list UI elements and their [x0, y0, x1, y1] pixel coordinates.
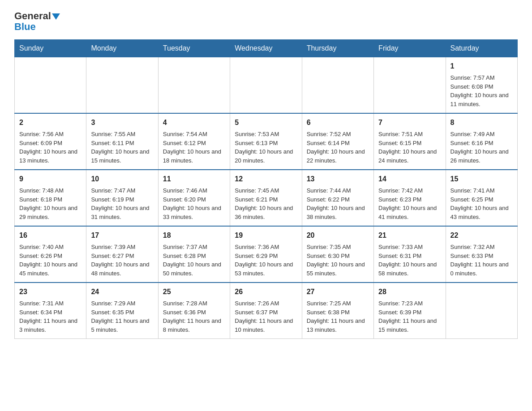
- calendar-cell: 17Sunrise: 7:39 AM Sunset: 6:27 PM Dayli…: [86, 226, 158, 283]
- day-number: 22: [450, 230, 513, 241]
- day-info: Sunrise: 7:31 AM Sunset: 6:34 PM Dayligh…: [19, 299, 82, 334]
- day-info: Sunrise: 7:36 AM Sunset: 6:29 PM Dayligh…: [235, 243, 297, 278]
- day-info: Sunrise: 7:48 AM Sunset: 6:18 PM Dayligh…: [19, 186, 82, 221]
- col-monday: Monday: [86, 40, 158, 57]
- calendar-cell: 14Sunrise: 7:42 AM Sunset: 6:23 PM Dayli…: [374, 170, 446, 226]
- day-number: 23: [19, 287, 82, 297]
- day-number: 11: [163, 174, 225, 184]
- col-tuesday: Tuesday: [158, 40, 230, 57]
- day-info: Sunrise: 7:57 AM Sunset: 6:08 PM Dayligh…: [450, 73, 513, 108]
- calendar-cell: 6Sunrise: 7:52 AM Sunset: 6:14 PM Daylig…: [302, 113, 373, 170]
- day-info: Sunrise: 7:52 AM Sunset: 6:14 PM Dayligh…: [307, 130, 369, 165]
- calendar-week-row: 16Sunrise: 7:40 AM Sunset: 6:26 PM Dayli…: [15, 226, 518, 283]
- logo-triangle-icon: [52, 13, 60, 20]
- day-number: 1: [450, 61, 513, 72]
- calendar-table: Sunday Monday Tuesday Wednesday Thursday…: [14, 39, 518, 339]
- calendar-cell: [374, 57, 446, 114]
- logo: General Blue: [14, 11, 60, 32]
- day-number: 15: [450, 174, 513, 184]
- calendar-cell: 10Sunrise: 7:47 AM Sunset: 6:19 PM Dayli…: [86, 170, 158, 226]
- day-number: 9: [19, 174, 82, 184]
- calendar-cell: 19Sunrise: 7:36 AM Sunset: 6:29 PM Dayli…: [230, 226, 302, 283]
- day-number: 8: [450, 117, 513, 128]
- calendar-cell: [158, 57, 230, 114]
- calendar-cell: 11Sunrise: 7:46 AM Sunset: 6:20 PM Dayli…: [158, 170, 230, 226]
- day-info: Sunrise: 7:44 AM Sunset: 6:22 PM Dayligh…: [307, 186, 369, 221]
- calendar-cell: 26Sunrise: 7:26 AM Sunset: 6:37 PM Dayli…: [230, 283, 302, 339]
- calendar-cell: 18Sunrise: 7:37 AM Sunset: 6:28 PM Dayli…: [158, 226, 230, 283]
- day-info: Sunrise: 7:54 AM Sunset: 6:12 PM Dayligh…: [163, 130, 225, 165]
- calendar-cell: 9Sunrise: 7:48 AM Sunset: 6:18 PM Daylig…: [15, 170, 86, 226]
- day-info: Sunrise: 7:33 AM Sunset: 6:31 PM Dayligh…: [378, 243, 441, 278]
- calendar-cell: 13Sunrise: 7:44 AM Sunset: 6:22 PM Dayli…: [302, 170, 373, 226]
- day-info: Sunrise: 7:46 AM Sunset: 6:20 PM Dayligh…: [163, 186, 225, 221]
- day-number: 19: [235, 230, 297, 241]
- calendar-cell: 4Sunrise: 7:54 AM Sunset: 6:12 PM Daylig…: [158, 113, 230, 170]
- day-number: 3: [91, 117, 153, 128]
- calendar-cell: 7Sunrise: 7:51 AM Sunset: 6:15 PM Daylig…: [374, 113, 446, 170]
- calendar-cell: 20Sunrise: 7:35 AM Sunset: 6:30 PM Dayli…: [302, 226, 373, 283]
- day-info: Sunrise: 7:41 AM Sunset: 6:25 PM Dayligh…: [450, 186, 513, 221]
- day-info: Sunrise: 7:47 AM Sunset: 6:19 PM Dayligh…: [91, 186, 153, 221]
- calendar-cell: 27Sunrise: 7:25 AM Sunset: 6:38 PM Dayli…: [302, 283, 373, 339]
- calendar-cell: 24Sunrise: 7:29 AM Sunset: 6:35 PM Dayli…: [86, 283, 158, 339]
- day-info: Sunrise: 7:25 AM Sunset: 6:38 PM Dayligh…: [307, 299, 369, 334]
- day-number: 12: [235, 174, 297, 184]
- calendar-header-row: Sunday Monday Tuesday Wednesday Thursday…: [15, 40, 518, 57]
- col-saturday: Saturday: [446, 40, 517, 57]
- day-info: Sunrise: 7:32 AM Sunset: 6:33 PM Dayligh…: [450, 243, 513, 278]
- calendar-cell: 16Sunrise: 7:40 AM Sunset: 6:26 PM Dayli…: [15, 226, 86, 283]
- day-number: 17: [91, 230, 153, 241]
- calendar-week-row: 9Sunrise: 7:48 AM Sunset: 6:18 PM Daylig…: [15, 170, 518, 226]
- day-number: 16: [19, 230, 82, 241]
- day-info: Sunrise: 7:53 AM Sunset: 6:13 PM Dayligh…: [235, 130, 297, 165]
- col-sunday: Sunday: [15, 40, 86, 57]
- day-info: Sunrise: 7:37 AM Sunset: 6:28 PM Dayligh…: [163, 243, 225, 278]
- calendar-cell: [15, 57, 86, 114]
- day-number: 21: [378, 230, 441, 241]
- day-info: Sunrise: 7:23 AM Sunset: 6:39 PM Dayligh…: [378, 299, 441, 334]
- day-number: 2: [19, 117, 82, 128]
- calendar-cell: 28Sunrise: 7:23 AM Sunset: 6:39 PM Dayli…: [374, 283, 446, 339]
- day-info: Sunrise: 7:29 AM Sunset: 6:35 PM Dayligh…: [91, 299, 153, 334]
- col-friday: Friday: [374, 40, 446, 57]
- day-number: 5: [235, 117, 297, 128]
- day-number: 14: [378, 174, 441, 184]
- day-number: 20: [307, 230, 369, 241]
- day-number: 10: [91, 174, 153, 184]
- calendar-week-row: 23Sunrise: 7:31 AM Sunset: 6:34 PM Dayli…: [15, 283, 518, 339]
- calendar-cell: 22Sunrise: 7:32 AM Sunset: 6:33 PM Dayli…: [446, 226, 517, 283]
- day-number: 26: [235, 287, 297, 297]
- calendar-cell: [302, 57, 373, 114]
- day-info: Sunrise: 7:28 AM Sunset: 6:36 PM Dayligh…: [163, 299, 225, 334]
- calendar-cell: 2Sunrise: 7:56 AM Sunset: 6:09 PM Daylig…: [15, 113, 86, 170]
- calendar-cell: [446, 283, 517, 339]
- day-info: Sunrise: 7:51 AM Sunset: 6:15 PM Dayligh…: [378, 130, 441, 165]
- calendar-cell: 3Sunrise: 7:55 AM Sunset: 6:11 PM Daylig…: [86, 113, 158, 170]
- day-info: Sunrise: 7:26 AM Sunset: 6:37 PM Dayligh…: [235, 299, 297, 334]
- day-info: Sunrise: 7:40 AM Sunset: 6:26 PM Dayligh…: [19, 243, 82, 278]
- col-thursday: Thursday: [302, 40, 373, 57]
- calendar-cell: 15Sunrise: 7:41 AM Sunset: 6:25 PM Dayli…: [446, 170, 517, 226]
- day-number: 24: [91, 287, 153, 297]
- calendar-cell: 25Sunrise: 7:28 AM Sunset: 6:36 PM Dayli…: [158, 283, 230, 339]
- calendar-cell: [86, 57, 158, 114]
- calendar-cell: 8Sunrise: 7:49 AM Sunset: 6:16 PM Daylig…: [446, 113, 517, 170]
- day-number: 13: [307, 174, 369, 184]
- day-number: 18: [163, 230, 225, 241]
- day-number: 25: [163, 287, 225, 297]
- day-info: Sunrise: 7:55 AM Sunset: 6:11 PM Dayligh…: [91, 130, 153, 165]
- day-number: 28: [378, 287, 441, 297]
- calendar-cell: 12Sunrise: 7:45 AM Sunset: 6:21 PM Dayli…: [230, 170, 302, 226]
- day-info: Sunrise: 7:35 AM Sunset: 6:30 PM Dayligh…: [307, 243, 369, 278]
- calendar-cell: 1Sunrise: 7:57 AM Sunset: 6:08 PM Daylig…: [446, 57, 517, 114]
- day-info: Sunrise: 7:39 AM Sunset: 6:27 PM Dayligh…: [91, 243, 153, 278]
- page-header: General Blue: [14, 11, 518, 32]
- day-number: 6: [307, 117, 369, 128]
- day-info: Sunrise: 7:45 AM Sunset: 6:21 PM Dayligh…: [235, 186, 297, 221]
- day-info: Sunrise: 7:56 AM Sunset: 6:09 PM Dayligh…: [19, 130, 82, 165]
- logo-general: General: [14, 10, 51, 21]
- calendar-week-row: 2Sunrise: 7:56 AM Sunset: 6:09 PM Daylig…: [15, 113, 518, 170]
- calendar-cell: 5Sunrise: 7:53 AM Sunset: 6:13 PM Daylig…: [230, 113, 302, 170]
- calendar-week-row: 1Sunrise: 7:57 AM Sunset: 6:08 PM Daylig…: [15, 57, 518, 114]
